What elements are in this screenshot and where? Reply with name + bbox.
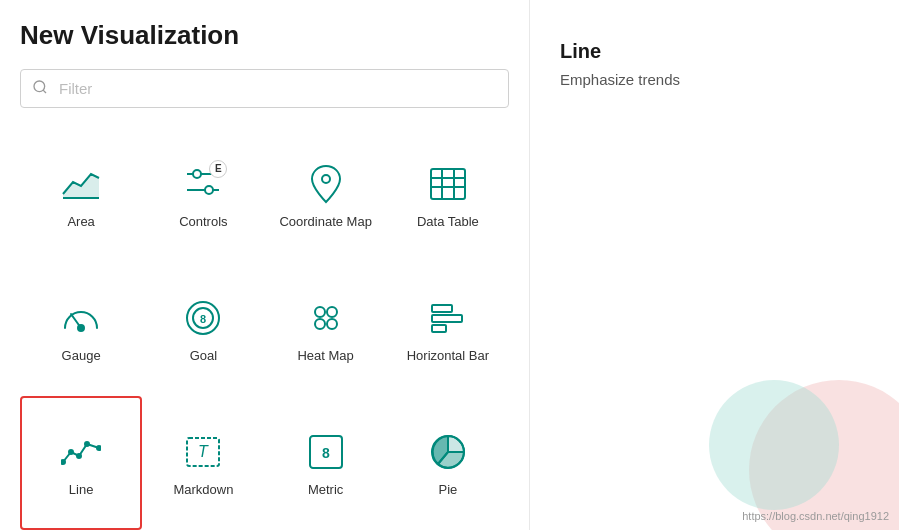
svg-text:8: 8 [322,445,330,461]
search-input[interactable] [20,69,509,108]
controls-label: Controls [179,214,227,229]
svg-rect-23 [432,305,452,312]
svg-point-26 [61,460,65,464]
svg-point-27 [69,450,73,454]
area-icon [59,162,103,206]
svg-point-30 [97,446,101,450]
search-container [20,69,509,108]
viz-item-data-table[interactable]: Data Table [387,128,509,262]
svg-rect-25 [432,325,446,332]
svg-point-29 [85,442,89,446]
svg-point-22 [327,319,337,329]
coordinate-map-icon [304,162,348,206]
viz-item-line[interactable]: Line [20,396,142,530]
controls-icon: E [181,162,225,206]
main-container: New Visualization Ar [0,0,899,530]
viz-item-controls[interactable]: E Controls [142,128,264,262]
pie-icon [426,430,470,474]
viz-item-pie[interactable]: Pie [387,396,509,530]
line-label: Line [69,482,94,497]
svg-point-5 [193,170,201,178]
svg-point-21 [315,319,325,329]
viz-item-horizontal-bar[interactable]: Horizontal Bar [387,262,509,396]
right-panel: Line Emphasize trends https://blog.csdn.… [530,0,899,530]
viz-item-goal[interactable]: 8 Goal [142,262,264,396]
left-panel: New Visualization Ar [0,0,530,530]
page-title: New Visualization [20,20,509,51]
line-icon [59,430,103,474]
controls-badge: E [209,160,227,178]
area-label: Area [67,214,94,229]
horizontal-bar-icon [426,296,470,340]
gauge-label: Gauge [62,348,101,363]
svg-rect-9 [431,169,465,199]
viz-item-gauge[interactable]: Gauge [20,262,142,396]
search-icon [32,79,48,99]
coordinate-map-label: Coordinate Map [279,214,372,229]
decorative-circle-teal [709,380,839,510]
markdown-icon: T [181,430,225,474]
svg-point-0 [34,81,45,92]
svg-point-28 [77,454,81,458]
viz-item-metric[interactable]: 8 Metric [265,396,387,530]
horizontal-bar-label: Horizontal Bar [407,348,489,363]
metric-label: Metric [308,482,343,497]
viz-item-heat-map[interactable]: Heat Map [265,262,387,396]
right-panel-description: Emphasize trends [560,71,869,88]
svg-point-8 [322,175,330,183]
right-panel-title: Line [560,40,869,63]
viz-item-area[interactable]: Area [20,128,142,262]
heat-map-label: Heat Map [297,348,353,363]
pie-label: Pie [438,482,457,497]
svg-point-20 [327,307,337,317]
svg-point-15 [78,325,84,331]
data-table-icon [426,162,470,206]
svg-point-19 [315,307,325,317]
gauge-icon [59,296,103,340]
goal-label: Goal [190,348,217,363]
goal-icon: 8 [181,296,225,340]
viz-item-coordinate-map[interactable]: Coordinate Map [265,128,387,262]
metric-icon: 8 [304,430,348,474]
heat-map-icon [304,296,348,340]
viz-item-markdown[interactable]: T Markdown [142,396,264,530]
watermark: https://blog.csdn.net/qing1912 [742,510,889,522]
svg-rect-24 [432,315,462,322]
svg-point-7 [205,186,213,194]
svg-text:T: T [198,443,209,460]
data-table-label: Data Table [417,214,479,229]
markdown-label: Markdown [173,482,233,497]
viz-grid: Area E Controls [20,128,509,530]
svg-text:8: 8 [200,313,206,325]
svg-line-1 [43,90,46,93]
